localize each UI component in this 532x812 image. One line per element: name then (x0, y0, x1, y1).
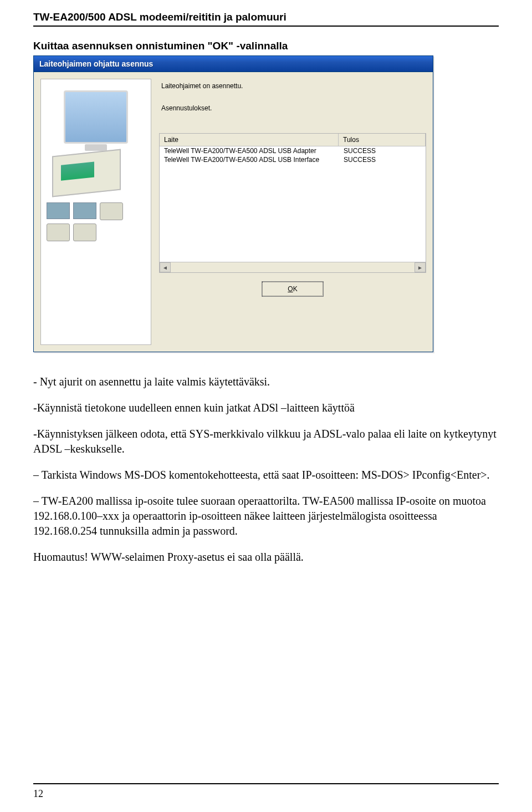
scroll-left-icon[interactable]: ◄ (160, 262, 171, 272)
result-cell: SUCCESS (344, 156, 421, 164)
monitor-icon (64, 90, 128, 144)
list-item[interactable]: TeleWell TW-EA200/TW-EA500 ADSL USB Inte… (160, 155, 426, 164)
device-cell: TeleWell TW-EA200/TW-EA500 ADSL USB Inte… (164, 156, 344, 164)
section-subheading: Kuittaa asennuksen onnistuminen "OK" -va… (33, 40, 499, 52)
dialog-message-2: Asennustulokset. (161, 104, 424, 112)
device-cell: TeleWell TW-EA200/TW-EA500 ADSL USB Adap… (164, 147, 344, 155)
page-number: 12 (33, 788, 43, 800)
page-header-title: TW-EA200/500 ADSL modeemi/reititin ja pa… (33, 11, 499, 27)
driver-install-dialog: Laiteohjaimen ohjattu asennus Laiteohjai… (33, 55, 433, 352)
paragraph: Huomautus! WWW-selaimen Proxy-asetus ei … (33, 550, 499, 565)
floppy-disk-icon (47, 224, 70, 241)
dialog-graphic-pane (40, 79, 151, 345)
column-header-device[interactable]: Laite (160, 134, 339, 146)
paragraph: -Käynnistyksen jälkeen odota, että SYS-m… (33, 427, 499, 456)
paragraph: – TW-EA200 mallissa ip-osoite tulee suor… (33, 494, 499, 539)
paragraph: - Nyt ajurit on asennettu ja laite valmi… (33, 374, 499, 389)
computer-box-icon (52, 149, 121, 197)
ok-button[interactable]: OOKK (262, 282, 323, 296)
drive-icon (73, 224, 96, 241)
floppy-disk-icon (100, 202, 123, 220)
results-list: Laite Tulos TeleWell TW-EA200/TW-EA500 A… (159, 133, 426, 273)
dialog-message-1: Laiteohjaimet on asennettu. (161, 82, 424, 90)
hardware-chip-icon (47, 202, 70, 219)
list-item[interactable]: TeleWell TW-EA200/TW-EA500 ADSL USB Adap… (160, 146, 426, 155)
scroll-right-icon[interactable]: ► (415, 262, 426, 272)
column-header-result[interactable]: Tulos (339, 134, 426, 146)
paragraph: -Käynnistä tietokone uudelleen ennen kui… (33, 400, 499, 415)
result-cell: SUCCESS (344, 147, 421, 155)
footer-divider (33, 783, 499, 784)
paragraph: – Tarkista Windows MS-DOS komentokehotte… (33, 468, 499, 483)
document-body: - Nyt ajurit on asennettu ja laite valmi… (33, 374, 499, 565)
horizontal-scrollbar[interactable]: ◄ ► (160, 262, 426, 272)
dialog-titlebar: Laiteohjaimen ohjattu asennus (34, 56, 433, 72)
hardware-chip-icon (73, 202, 96, 219)
